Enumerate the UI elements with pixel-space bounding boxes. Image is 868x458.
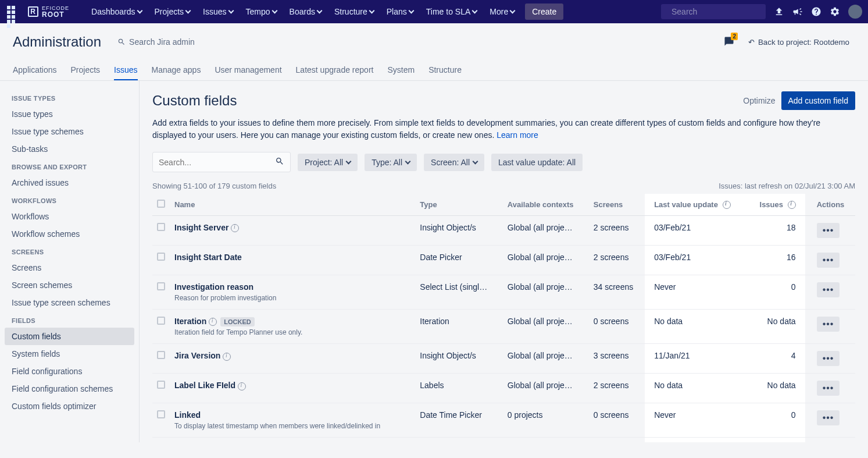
nav-item-plans[interactable]: Plans	[382, 3, 418, 20]
filter-search[interactable]	[152, 152, 291, 172]
field-contexts[interactable]: 0 projects	[503, 403, 589, 438]
avatar[interactable]	[848, 5, 862, 19]
search-icon[interactable]	[269, 152, 290, 172]
field-name[interactable]: Label Like FIeld	[174, 381, 235, 390]
info-icon[interactable]	[238, 382, 246, 390]
field-contexts[interactable]: Global (all proje…	[503, 438, 589, 442]
field-name[interactable]: Jira Version	[174, 351, 220, 360]
settings-icon[interactable]	[830, 6, 840, 17]
field-contexts[interactable]: Global (all proje…	[503, 246, 589, 275]
row-checkbox[interactable]	[157, 223, 165, 231]
chevron-down-icon	[228, 8, 234, 14]
info-icon[interactable]	[788, 201, 796, 209]
field-name[interactable]: Linked	[174, 410, 201, 420]
field-screens[interactable]: 3 screens	[589, 344, 645, 374]
sidebar-item-workflow-schemes[interactable]: Workflow schemes	[5, 225, 134, 243]
sidebar-item-workflows[interactable]: Workflows	[5, 208, 134, 225]
field-name[interactable]: Iteration	[174, 317, 206, 326]
filter-search-input[interactable]	[153, 154, 269, 171]
row-checkbox[interactable]	[157, 317, 165, 325]
admin-tab-latest-upgrade-report[interactable]: Latest upgrade report	[296, 61, 374, 80]
upload-icon[interactable]	[774, 6, 784, 17]
nav-item-issues[interactable]: Issues	[198, 3, 237, 20]
admin-tab-user-management[interactable]: User management	[215, 61, 281, 80]
field-screens[interactable]: 2 screens	[589, 216, 645, 246]
megaphone-icon[interactable]	[792, 6, 803, 17]
global-search[interactable]	[661, 4, 766, 19]
filter-project[interactable]: Project: All	[298, 154, 358, 171]
nav-item-more[interactable]: More	[485, 3, 519, 20]
app-switcher-icon[interactable]	[6, 5, 20, 19]
field-contexts[interactable]: Global (all proje…	[503, 310, 589, 344]
chevron-down-icon	[473, 158, 478, 164]
sidebar-item-archived-issues[interactable]: Archived issues	[5, 174, 134, 191]
field-screens[interactable]: 34 screens	[589, 275, 645, 310]
row-actions-button[interactable]: •••	[817, 317, 840, 332]
feedback-icon[interactable]: 2	[724, 36, 734, 48]
optimize-link[interactable]: Optimize	[743, 96, 775, 105]
row-checkbox[interactable]	[157, 282, 165, 290]
nav-item-tempo[interactable]: Tempo	[241, 3, 281, 20]
sidebar-item-custom-fields-optimizer[interactable]: Custom fields optimizer	[5, 397, 134, 415]
filter-screen[interactable]: Screen: All	[424, 154, 484, 171]
row-checkbox[interactable]	[157, 381, 165, 389]
field-name[interactable]: Investigation reason	[174, 282, 253, 292]
info-icon[interactable]	[209, 318, 217, 326]
admin-tab-applications[interactable]: Applications	[13, 61, 57, 80]
field-name[interactable]: Insight Start Date	[174, 253, 242, 262]
field-screens[interactable]: 0 screens	[589, 403, 645, 438]
row-actions-button[interactable]: •••	[817, 351, 840, 366]
sidebar-item-issue-type-schemes[interactable]: Issue type schemes	[5, 123, 134, 140]
row-actions-button[interactable]: •••	[817, 253, 840, 268]
field-name[interactable]: Insight Server	[174, 223, 228, 232]
sidebar-item-screens[interactable]: Screens	[5, 259, 134, 276]
sidebar-item-issue-type-screen-schemes[interactable]: Issue type screen schemes	[5, 294, 134, 311]
help-icon[interactable]	[811, 6, 821, 17]
nav-item-structure[interactable]: Structure	[330, 3, 378, 20]
sidebar-item-issue-types[interactable]: Issue types	[5, 105, 134, 123]
row-actions-button[interactable]: •••	[817, 410, 840, 425]
info-icon[interactable]	[723, 201, 731, 209]
filter-last-update[interactable]: Last value update: All	[491, 154, 583, 171]
sidebar-item-sub-tasks[interactable]: Sub-tasks	[5, 140, 134, 158]
field-contexts[interactable]: Global (all proje…	[503, 344, 589, 374]
field-contexts[interactable]: Global (all proje…	[503, 275, 589, 310]
row-checkbox[interactable]	[157, 253, 165, 261]
row-actions-button[interactable]: •••	[817, 282, 840, 297]
nav-item-dashboards[interactable]: Dashboards	[87, 3, 147, 20]
select-all-checkbox[interactable]	[157, 200, 165, 208]
row-checkbox[interactable]	[157, 410, 165, 418]
create-button[interactable]: Create	[525, 3, 563, 20]
sidebar-item-field-configurations[interactable]: Field configurations	[5, 363, 134, 380]
admin-tab-system[interactable]: System	[387, 61, 415, 80]
add-custom-field-button[interactable]: Add custom field	[781, 91, 856, 110]
sidebar-item-field-configuration-schemes[interactable]: Field configuration schemes	[5, 380, 134, 397]
field-contexts[interactable]: Global (all proje…	[503, 216, 589, 246]
nav-item-projects[interactable]: Projects	[150, 3, 195, 20]
admin-search[interactable]: Search Jira admin	[117, 37, 195, 47]
info-icon[interactable]	[231, 224, 239, 232]
admin-tab-projects[interactable]: Projects	[71, 61, 101, 80]
field-screens[interactable]: 2 screens	[589, 246, 645, 275]
admin-tab-issues[interactable]: Issues	[114, 61, 137, 80]
admin-tab-manage-apps[interactable]: Manage apps	[152, 61, 201, 80]
logo[interactable]: R EFICODE ROOT	[28, 6, 69, 18]
field-contexts[interactable]: Global (all proje…	[503, 374, 589, 403]
sidebar-item-screen-schemes[interactable]: Screen schemes	[5, 276, 134, 294]
row-actions-button[interactable]: •••	[817, 223, 840, 238]
row-actions-button[interactable]: •••	[817, 381, 840, 396]
info-icon[interactable]	[223, 353, 231, 361]
field-screens[interactable]: 0 screens	[589, 438, 645, 442]
nav-item-boards[interactable]: Boards	[285, 3, 326, 20]
field-screens[interactable]: 2 screens	[589, 374, 645, 403]
field-screens[interactable]: 0 screens	[589, 310, 645, 344]
row-checkbox[interactable]	[157, 351, 165, 359]
filter-type[interactable]: Type: All	[365, 154, 417, 171]
nav-item-time-to-sla[interactable]: Time to SLA	[422, 3, 482, 20]
admin-tab-structure[interactable]: Structure	[428, 61, 462, 80]
back-to-project-button[interactable]: ↶ Back to project: Rootdemo	[742, 34, 855, 50]
sidebar-item-custom-fields[interactable]: Custom fields	[5, 328, 134, 345]
sidebar-item-system-fields[interactable]: System fields	[5, 345, 134, 363]
learn-more-link[interactable]: Learn more	[496, 130, 538, 140]
global-search-input[interactable]	[671, 7, 773, 16]
